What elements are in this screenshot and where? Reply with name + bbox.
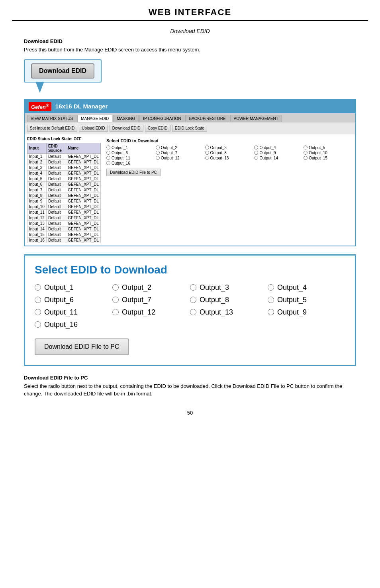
section-italic-title: Download EDID xyxy=(24,28,356,34)
tab-backup-restore[interactable]: BACKUP/RESTORE xyxy=(185,115,229,122)
output-radio[interactable] xyxy=(254,146,258,149)
nav-tabs: VIEW MATRIX STATUS MANAGE EDID MASKING I… xyxy=(25,113,355,122)
output-radio[interactable] xyxy=(156,146,160,149)
output-radio[interactable] xyxy=(106,156,110,160)
large-output-empty xyxy=(190,321,268,329)
output-radio-item[interactable]: Output_9 xyxy=(254,151,302,155)
output-radio-item[interactable]: Output_10 xyxy=(304,151,351,155)
edid-lock-state-button[interactable]: EDID Lock State xyxy=(172,125,207,132)
panel-main: EDID Status Lock State: OFF Input EDID S… xyxy=(25,134,355,246)
output-radio[interactable] xyxy=(106,146,110,149)
table-row: Input_8DefaultGEFEN_XPT_DL xyxy=(27,193,101,198)
large-output-radio[interactable] xyxy=(268,309,274,315)
edid-table: Input EDID Source Name Input_1DefaultGEF… xyxy=(27,143,101,243)
gefen-logo: Gefen® xyxy=(29,102,51,111)
footer-section: Download EDID File to PC Select the radi… xyxy=(24,375,356,398)
table-row: Input_1DefaultGEFEN_XPT_DL xyxy=(27,153,101,159)
large-output-radio[interactable] xyxy=(268,284,274,291)
large-output-item[interactable]: Output_5 xyxy=(268,296,345,304)
large-output-item[interactable]: Output_16 xyxy=(35,321,112,329)
output-radio-item[interactable]: Output_16 xyxy=(106,161,154,165)
set-input-default-edid-button[interactable]: Set Input to Default EDID xyxy=(27,125,77,132)
tab-power-management[interactable]: POWER MANAGEMENT xyxy=(230,115,282,122)
output-radio-item[interactable]: Output_12 xyxy=(156,156,204,160)
output-radio[interactable] xyxy=(205,151,209,155)
sub-toolbar: Set Input to Default EDID Upload EDID Do… xyxy=(25,122,355,134)
tab-manage-edid[interactable]: MANAGE EDID xyxy=(77,115,112,122)
output-radio-item[interactable]: Output_6 xyxy=(106,151,154,155)
output-radio[interactable] xyxy=(304,146,308,149)
page-title: WEB INTERFACE xyxy=(12,7,368,18)
large-output-item[interactable]: Output_12 xyxy=(112,308,190,317)
tab-masking[interactable]: MASKING xyxy=(113,115,139,122)
large-output-item[interactable]: Output_9 xyxy=(268,308,345,317)
output-radio-item[interactable]: Output_1 xyxy=(106,146,154,150)
table-row: Input_11DefaultGEFEN_XPT_DL xyxy=(27,209,101,215)
large-download-btn[interactable]: Download EDID File to PC xyxy=(35,338,129,355)
section-heading: Download EDID xyxy=(24,38,356,44)
download-edid-button[interactable]: Download EDID xyxy=(31,63,94,79)
large-output-radio[interactable] xyxy=(112,297,119,303)
table-row: Input_9DefaultGEFEN_XPT_DL xyxy=(27,198,101,204)
output-radio[interactable] xyxy=(304,156,308,160)
large-output-item[interactable]: Output_1 xyxy=(35,283,112,292)
output-radio-item[interactable]: Output_2 xyxy=(156,146,204,150)
output-radio[interactable] xyxy=(156,156,160,160)
large-output-item[interactable]: Output_13 xyxy=(190,308,268,317)
arrow-down-icon xyxy=(32,83,52,94)
large-output-item[interactable]: Output_11 xyxy=(35,308,112,317)
large-output-item[interactable]: Output_8 xyxy=(190,296,268,304)
tab-ip-configuration[interactable]: IP CONFIGURATION xyxy=(139,115,184,122)
output-radio[interactable] xyxy=(254,151,258,155)
output-radio-item[interactable]: Output_5 xyxy=(304,146,351,150)
large-output-radio[interactable] xyxy=(35,321,41,328)
output-radio-item[interactable]: Output_15 xyxy=(304,156,351,160)
output-radio[interactable] xyxy=(106,161,110,165)
output-radio[interactable] xyxy=(254,156,258,160)
output-radio-item[interactable]: Output_14 xyxy=(254,156,302,160)
large-output-radio[interactable] xyxy=(268,297,274,303)
output-radio[interactable] xyxy=(106,151,110,155)
table-row: Input_15DefaultGEFEN_XPT_DL xyxy=(27,232,101,237)
output-radio-item[interactable]: Output_11 xyxy=(106,156,154,160)
large-output-item[interactable]: Output_4 xyxy=(268,283,345,292)
large-output-empty xyxy=(268,321,345,329)
tab-view-matrix-status[interactable]: VIEW MATRIX STATUS xyxy=(27,115,76,122)
download-edid-area: Download EDID xyxy=(24,59,356,95)
table-row: Input_3DefaultGEFEN_XPT_DL xyxy=(27,165,101,170)
output-radio-item[interactable]: Output_13 xyxy=(205,156,253,160)
large-output-item[interactable]: Output_6 xyxy=(35,296,112,304)
large-output-item[interactable]: Output_7 xyxy=(112,296,190,304)
table-row: Input_5DefaultGEFEN_XPT_DL xyxy=(27,176,101,181)
output-radio[interactable] xyxy=(304,151,308,155)
output-radio-item[interactable]: Output_8 xyxy=(205,151,253,155)
large-output-item[interactable]: Output_2 xyxy=(112,283,190,292)
table-row: Input_14DefaultGEFEN_XPT_DL xyxy=(27,226,101,232)
large-output-radio[interactable] xyxy=(35,309,41,315)
large-output-radio[interactable] xyxy=(35,284,41,291)
right-area: Select EDID to Download Output_1Output_2… xyxy=(105,137,353,243)
download-file-button-small[interactable]: Download EDID File to PC xyxy=(106,169,161,176)
upload-edid-button[interactable]: Upload EDID xyxy=(79,125,108,132)
large-output-radio[interactable] xyxy=(190,297,196,303)
output-radio[interactable] xyxy=(205,156,209,160)
footer-heading: Download EDID File to PC xyxy=(24,375,356,381)
large-output-item[interactable]: Output_3 xyxy=(190,283,268,292)
col-edid-source: EDID Source xyxy=(46,143,66,153)
table-row: Input_7DefaultGEFEN_XPT_DL xyxy=(27,187,101,193)
output-radio-item[interactable]: Output_7 xyxy=(156,151,204,155)
copy-edid-button[interactable]: Copy EDID xyxy=(145,125,170,132)
output-radio-item[interactable]: Output_3 xyxy=(205,146,253,150)
large-output-radio[interactable] xyxy=(190,309,196,315)
table-row: Input_4DefaultGEFEN_XPT_DL xyxy=(27,170,101,176)
large-output-radio[interactable] xyxy=(35,297,41,303)
large-output-radio[interactable] xyxy=(112,284,119,291)
page-number: 50 xyxy=(24,410,356,424)
output-radio[interactable] xyxy=(205,146,209,149)
output-radio-item[interactable]: Output_4 xyxy=(254,146,302,150)
download-edid-sub-button[interactable]: Download EDID xyxy=(110,125,143,132)
large-output-radio[interactable] xyxy=(112,309,119,315)
col-input: Input xyxy=(27,143,47,153)
output-radio[interactable] xyxy=(156,151,160,155)
large-output-radio[interactable] xyxy=(190,284,196,291)
